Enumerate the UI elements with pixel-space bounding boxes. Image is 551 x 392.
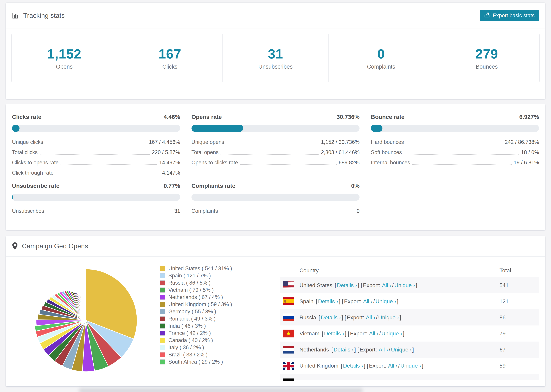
legend-item[interactable]: Brazil ( 33 / 2% ) [160, 351, 269, 358]
legend-item[interactable]: South Africa ( 29 / 2% ) [160, 358, 269, 365]
bracket: [ [322, 330, 323, 337]
export-all-link[interactable]: All › [388, 363, 397, 369]
details-link[interactable]: Details › [321, 314, 341, 321]
summary-bounces: 279 Bounces [434, 34, 539, 82]
export-all-link[interactable]: All › [366, 314, 375, 321]
opens-rate-bar [191, 125, 360, 132]
legend-item[interactable]: Spain ( 121 / 7% ) [160, 272, 269, 279]
stat-row-value: 31 [174, 208, 180, 214]
country-flag [283, 314, 294, 321]
export-unique-link[interactable]: Unique › [378, 314, 399, 321]
tracking-stats-card: Tracking stats Export basic stats 1,152 … [6, 2, 545, 99]
stat-row: Soft bounces 18 / 0% [371, 147, 539, 158]
stat-row-leader [45, 144, 147, 144]
stat-row: Complaints 0 [191, 206, 360, 216]
geo-title: Campaign Geo Opens [12, 242, 88, 250]
opens-rate-bar-fill [191, 125, 243, 132]
export-basic-stats-button[interactable]: Export basic stats [480, 10, 539, 21]
legend-swatch [160, 273, 165, 278]
country-flag [283, 281, 294, 289]
country-cell: United Kingdom [ Details › ] [ Export: A… [299, 363, 500, 369]
complaints-rate-bar [191, 194, 360, 201]
map-pin-icon [12, 242, 18, 250]
legend-swatch [160, 359, 165, 364]
export-unique-link[interactable]: Unique › [391, 347, 412, 353]
slash-separator: / [379, 330, 381, 337]
legend-item[interactable]: Vietnam ( 79 / 5% ) [160, 287, 269, 294]
legend-item[interactable]: France ( 42 / 2% ) [160, 329, 269, 337]
opens-label: Opens [56, 63, 72, 70]
country-name: United Kingdom [299, 363, 339, 369]
export-all-link[interactable]: All › [379, 347, 388, 353]
details-link[interactable]: Details › [333, 347, 353, 353]
unsubscribe-rate-bar [12, 194, 180, 201]
legend-label: Vietnam ( 79 / 5% ) [168, 287, 214, 293]
total-column-header: Total [500, 267, 539, 274]
stat-row: Unsubscribes 31 [12, 206, 180, 216]
legend-item[interactable]: Germany ( 55 / 3% ) [160, 308, 269, 315]
export-unique-link[interactable]: Unique › [381, 330, 402, 337]
bracket: [ [335, 282, 336, 288]
legend-label: Germany ( 55 / 3% ) [168, 308, 216, 315]
details-link[interactable]: Details › [343, 363, 363, 369]
bracket: ] [412, 347, 414, 353]
legend-swatch [160, 302, 165, 307]
stat-row-leader [61, 164, 157, 165]
complaints-rate-title: Complaints rate [191, 182, 235, 189]
stat-row-value: 220 / 5.87% [152, 149, 180, 155]
legend-item[interactable]: United States ( 541 / 31% ) [160, 265, 269, 272]
legend-item[interactable]: Italy ( 36 / 2% ) [160, 344, 269, 351]
opens-rate-rows: Unique opens 1,152 / 30.736% Total opens… [191, 137, 360, 168]
stat-row-value: 19 / 6.81% [514, 160, 539, 166]
tracking-stats-title-text: Tracking stats [23, 12, 65, 19]
stat-row-label: Internal bounces [371, 160, 410, 166]
total-cell: 86 [500, 314, 539, 321]
stat-row-value: 167 / 4.456% [149, 139, 180, 145]
details-link[interactable]: Details › [337, 282, 357, 288]
details-link[interactable]: Details › [324, 330, 344, 337]
export-label: Export: [363, 282, 380, 288]
unsubscribe-rate-section: Unsubscribe rate 0.77% Unsubscribes 31 [12, 182, 180, 216]
country-flag [283, 378, 294, 381]
bracket: ] [ [339, 298, 343, 305]
bounce-rate-title: Bounce rate [371, 113, 404, 120]
export-all-link[interactable]: All › [382, 282, 391, 288]
legend-swatch [160, 338, 165, 343]
stat-row: Click through rate 4.147% [12, 168, 180, 178]
opens-count: 1,152 [47, 46, 81, 62]
country-name: Vietnam [299, 330, 319, 337]
country-name: Netherlands [299, 347, 329, 353]
complaints-rate-rows: Complaints 0 [191, 206, 360, 216]
export-label: Export: [344, 298, 361, 305]
details-link[interactable]: Details › [318, 298, 338, 305]
clicks-rate-section: Clicks rate 4.46% Unique clicks 167 / 4.… [12, 113, 180, 178]
stat-row-value: 18 / 0% [521, 149, 539, 155]
country-name: Russia [299, 314, 316, 321]
export-label: Export: [369, 363, 386, 369]
export-all-link[interactable]: All › [363, 298, 373, 305]
legend-item[interactable]: Canada ( 40 / 2% ) [160, 337, 269, 344]
legend-swatch [160, 280, 165, 286]
legend-label: Spain ( 121 / 7% ) [168, 273, 211, 279]
stat-row-value: 0 [357, 208, 360, 214]
export-unique-link[interactable]: Unique › [375, 298, 396, 305]
export-all-link[interactable]: All › [369, 330, 379, 337]
rates-card: Clicks rate 4.46% Unique clicks 167 / 4.… [6, 104, 545, 230]
legend-item[interactable]: United Kingdom ( 59 / 3% ) [160, 301, 269, 308]
legend-item[interactable]: Romania ( 49 / 3% ) [160, 315, 269, 322]
complaints-rate-section: Complaints rate 0% Complaints 0 [191, 182, 360, 216]
export-unique-link[interactable]: Unique › [394, 282, 415, 288]
table-row: Vietnam [ Details › ] [ Export: All › / … [280, 325, 539, 342]
stat-row-label: Unique opens [191, 139, 224, 145]
stat-row-label: Soft bounces [371, 149, 402, 155]
legend-item[interactable]: Netherlands ( 67 / 4% ) [160, 294, 269, 301]
country-cell: Spain [ Details › ] [ Export: All › / Un… [299, 298, 500, 305]
legend-item[interactable]: India ( 46 / 3% ) [160, 322, 269, 329]
export-unique-link[interactable]: Unique › [400, 363, 421, 369]
bracket: ] [ [342, 314, 346, 321]
bounces-count: 279 [475, 46, 498, 62]
summary-complaints: 0 Complaints [329, 34, 434, 82]
country-name: Spain [299, 298, 313, 305]
bracket: [ [319, 314, 320, 321]
legend-item[interactable]: Russia ( 86 / 5% ) [160, 279, 269, 287]
